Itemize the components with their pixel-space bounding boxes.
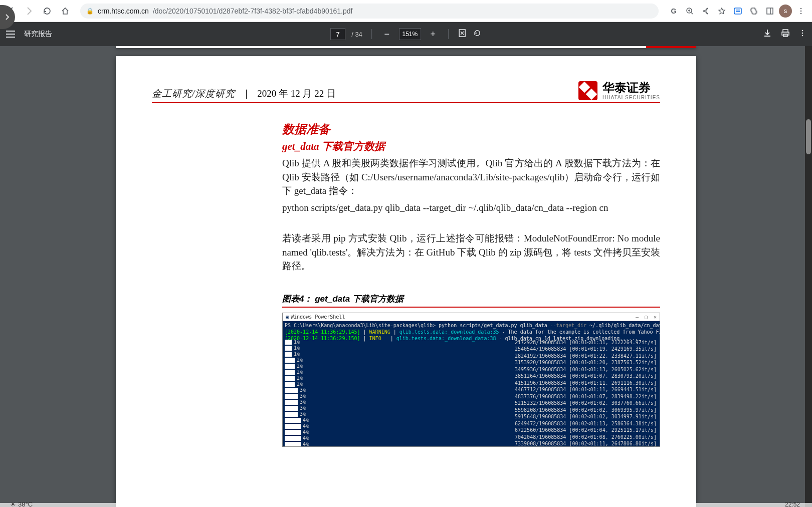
- taskbar-clock[interactable]: 22:52: [785, 501, 800, 507]
- section-title: 数据准备: [282, 121, 660, 137]
- url-path: /doc/2020/10750101/d287ebf2-7f3f-4382-bf…: [153, 7, 353, 15]
- taskbar[interactable]: [0, 503, 812, 507]
- svg-point-13: [802, 30, 803, 32]
- extensions-icon[interactable]: [747, 4, 761, 18]
- pdf-viewer[interactable]: 金工研究/深度研究 ｜ 2020 年 12 月 22 日 华泰证券 HUATAI…: [0, 46, 812, 507]
- previous-page-edge: [116, 46, 696, 48]
- menu-icon[interactable]: [794, 4, 808, 18]
- zoom-in-button[interactable]: +: [427, 28, 439, 40]
- print-button[interactable]: [781, 29, 790, 40]
- ps-icon: ▣: [286, 314, 289, 320]
- taskbar-temperature[interactable]: ☀ 38°C: [10, 500, 33, 507]
- lock-icon: 🔒: [86, 8, 94, 15]
- zoom-level[interactable]: 151%: [399, 28, 421, 40]
- close-icon: ✕: [654, 314, 657, 320]
- ps-title: Windows PowerShell: [291, 314, 345, 320]
- profile-avatar[interactable]: s: [779, 5, 792, 18]
- doc-date-sep: ｜: [242, 88, 251, 99]
- brand-cn: 华泰证券: [602, 81, 660, 94]
- svg-point-8: [800, 13, 802, 14]
- brand-logo: 华泰证券 HUATAI SECURITIES: [578, 81, 660, 100]
- home-button[interactable]: [58, 4, 72, 18]
- page-number-input[interactable]: [330, 28, 345, 40]
- svg-point-3: [703, 10, 705, 12]
- svg-rect-11: [782, 32, 789, 35]
- chevron-right-icon: [5, 14, 11, 20]
- doc-category: 金工研究/深度研究: [152, 88, 235, 99]
- google-icon[interactable]: G: [667, 4, 681, 18]
- pdf-page: 金工研究/深度研究 ｜ 2020 年 12 月 22 日 华泰证券 HUATAI…: [116, 56, 696, 507]
- scrollbar-thumb[interactable]: [806, 119, 811, 154]
- weather-icon: ☀: [10, 500, 16, 507]
- svg-rect-5: [767, 8, 773, 14]
- code-line: python scripts/get_data.py qlib_data --t…: [282, 201, 660, 215]
- sidebar-toggle[interactable]: [6, 31, 15, 38]
- logo-mark-icon: [578, 81, 597, 100]
- figure-label: 图表4： get_data 下载官方数据: [282, 293, 660, 308]
- rotate-button[interactable]: [473, 29, 482, 40]
- reload-button[interactable]: [40, 4, 54, 18]
- svg-point-2: [707, 13, 708, 14]
- share-icon[interactable]: [699, 4, 713, 18]
- browser-toolbar: 🔒 crm.htsc.com.cn/doc/2020/10750101/d287…: [0, 0, 812, 22]
- doc-date: 2020 年 12 月 22 日: [257, 88, 336, 99]
- url-host: crm.htsc.com.cn: [98, 7, 149, 15]
- svg-rect-4: [734, 8, 741, 14]
- ps-titlebar: ▣ Windows PowerShell —▢✕: [283, 313, 660, 321]
- divider: [448, 29, 449, 39]
- maximize-icon: ▢: [645, 314, 648, 320]
- svg-point-6: [800, 8, 802, 9]
- reader-icon[interactable]: [731, 4, 745, 18]
- more-button[interactable]: [799, 30, 806, 39]
- address-bar[interactable]: 🔒 crm.htsc.com.cn/doc/2020/10750101/d287…: [80, 4, 659, 19]
- page-total: / 34: [351, 31, 362, 38]
- brand-en: HUATAI SECURITIES: [602, 95, 660, 100]
- figure-powershell: ▣ Windows PowerShell —▢✕ PS C:\Users\Kan…: [282, 313, 660, 447]
- svg-point-14: [802, 33, 803, 34]
- toolbar-right: G s: [667, 4, 808, 18]
- pdf-toolbar: 研究报告 / 34 − 151% +: [0, 22, 812, 46]
- zoom-out-button[interactable]: −: [381, 28, 393, 40]
- minimize-icon: —: [636, 314, 639, 320]
- pdf-title: 研究报告: [24, 30, 52, 39]
- sidepanel-icon[interactable]: [763, 4, 777, 18]
- vertical-scrollbar[interactable]: [805, 46, 812, 507]
- paragraph-2: 若读者采用 pip 方式安装 Qlib，运行上述指令可能报错：ModuleNot…: [282, 231, 660, 273]
- page-content: 数据准备 get_data 下载官方数据 Qlib 提供 A 股和美股两类数据作…: [282, 121, 660, 447]
- ps-body: PS C:\Users\Kang\anaconda3\Lib\site-pack…: [283, 321, 660, 446]
- zoom-icon[interactable]: [683, 4, 697, 18]
- download-button[interactable]: [763, 29, 772, 40]
- paragraph-1: Qlib 提供 A 股和美股两类数据作学习测试使用。Qlib 官方给出的 A 股…: [282, 156, 660, 198]
- svg-point-15: [802, 35, 803, 37]
- bookmark-icon[interactable]: [715, 4, 729, 18]
- svg-point-7: [800, 10, 802, 12]
- document-header: 金工研究/深度研究 ｜ 2020 年 12 月 22 日 华泰证券 HUATAI…: [152, 81, 660, 103]
- forward-button[interactable]: [22, 4, 36, 18]
- divider: [371, 29, 372, 39]
- svg-point-1: [707, 8, 708, 9]
- fit-page-button[interactable]: [458, 29, 467, 40]
- subsection-title: get_data 下载官方数据: [282, 139, 660, 153]
